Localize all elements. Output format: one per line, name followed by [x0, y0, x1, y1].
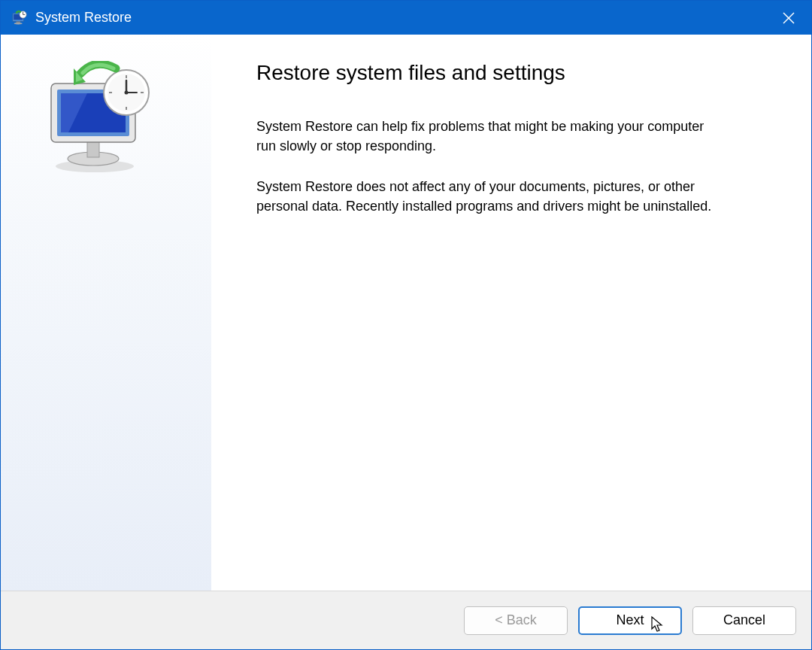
close-button[interactable] — [766, 1, 811, 35]
next-button-label: Next — [616, 612, 644, 628]
main-content: Restore system files and settings System… — [211, 35, 811, 591]
system-restore-window: System Restore — [0, 0, 812, 650]
next-button[interactable]: Next — [578, 606, 682, 635]
titlebar: System Restore — [1, 1, 811, 35]
description-paragraph-1: System Restore can help fix problems tha… — [256, 117, 723, 156]
back-button: < Back — [464, 606, 568, 635]
close-icon — [783, 12, 795, 24]
button-bar: < Back Next Cancel — [1, 591, 811, 649]
content-area: Restore system files and settings System… — [1, 35, 811, 591]
description-paragraph-2: System Restore does not affect any of yo… — [256, 177, 723, 216]
svg-rect-2 — [16, 21, 20, 23]
system-restore-icon — [11, 10, 28, 26]
svg-point-23 — [125, 91, 129, 95]
svg-point-3 — [14, 23, 23, 24]
wizard-sidebar — [1, 35, 211, 591]
cancel-button[interactable]: Cancel — [692, 606, 796, 635]
system-restore-wizard-icon — [42, 61, 155, 174]
page-heading: Restore system files and settings — [256, 61, 766, 85]
cursor-icon — [650, 615, 665, 633]
window-title: System Restore — [35, 10, 132, 26]
